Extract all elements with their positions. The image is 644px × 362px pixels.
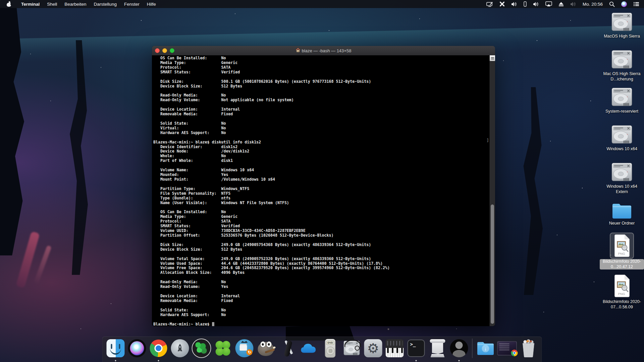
iphone-icon[interactable] (524, 1, 527, 7)
onedrive-cloud-icon (300, 339, 318, 358)
desktop-icon-label: Windows 10 x64 (606, 146, 637, 152)
desktop-icon-label: Bildschirmfoto 2020-07...0.56.09 (600, 299, 643, 310)
terminal-prompt-mark: ] (486, 138, 489, 143)
desktop-icon-label: Neuer Ordner (609, 221, 635, 226)
desktop-icon-bildschirmfoto-2[interactable]: Bildschirmfoto 2020-07...0.56.09 (600, 274, 644, 310)
menu-darstellung[interactable]: Darstellung (90, 0, 120, 8)
user-profile-icon (450, 339, 468, 357)
running-indicator-dot (158, 360, 159, 361)
desktop-icon-macos-high-sierra[interactable]: MacOS High Sierra (600, 11, 644, 39)
close-button[interactable] (155, 48, 160, 53)
notification-center-icon[interactable] (633, 2, 639, 6)
desktop-icon-system-reserviert[interactable]: System-reserviert (600, 86, 644, 114)
wallpaper-tree-silhouette (69, 40, 89, 275)
desktop-icon-windows-10-x64[interactable]: Windows 10 x64 (600, 124, 644, 152)
dock-item-minimized-window[interactable] (497, 339, 517, 358)
dock-item-clover[interactable] (213, 339, 233, 358)
audio-midi-keyboard-icon (386, 339, 404, 357)
menu-bearbeiten[interactable]: Bearbeiten (61, 0, 90, 8)
terminal-scrollbar-track[interactable] (489, 55, 495, 326)
home-icon (296, 48, 300, 53)
dock-item-user-profile[interactable] (449, 339, 469, 358)
trash-icon (521, 339, 536, 357)
desktop-icon-label: Mac OS High Sierra D...icherung (600, 71, 643, 82)
window-title: blaze — -bash — 143×58 (152, 48, 495, 53)
dock-item-terminal[interactable]: >_ (407, 339, 426, 358)
dock-item-downloads[interactable]: ↓ (476, 339, 495, 358)
display-pencil-icon[interactable] (486, 1, 493, 7)
desktop-icon-label: Bildschirmfoto 2020-0...20.47.12 (600, 259, 644, 269)
desktop-icon-bildschirmfoto-1[interactable]: Bildschirmfoto 2020-0...20.47.12 (600, 233, 644, 269)
dock-item-utility-knife-tool[interactable] (278, 339, 297, 358)
dvd-player-icon: DVD (325, 339, 336, 358)
terminal-titlebar[interactable]: blaze — -bash — 143×58 (152, 46, 495, 56)
volume-icon[interactable] (533, 2, 539, 7)
launchpad-icon (171, 339, 189, 357)
wallpaper-pink-streak (34, 245, 52, 285)
menu-fenster[interactable]: Fenster (120, 0, 143, 8)
desktop-icon-neuer-ordner[interactable]: Neuer Ordner (600, 200, 644, 226)
clover-configurator-icon (192, 339, 211, 358)
menu-terminal[interactable]: Terminal (17, 0, 43, 8)
dock-item-finder[interactable] (106, 339, 125, 358)
zoom-button[interactable] (170, 48, 174, 53)
scrollbar-marks-icon[interactable] (490, 55, 495, 61)
dock-item-siri[interactable] (127, 339, 147, 358)
dock-item-system-preferences[interactable]: ⚙ (364, 339, 383, 358)
desktop-icon-macos-high-sierra-backup[interactable]: Mac OS High Sierra D...icherung (600, 49, 644, 82)
terminal-scrollbar-thumb[interactable] (491, 204, 494, 324)
chrome-icon (150, 340, 167, 357)
dock-item-script-editor[interactable] (428, 339, 447, 358)
downloads-folder-icon: ↓ (476, 340, 495, 357)
dock-item-dvd-player[interactable]: DVD (321, 339, 340, 358)
wallpaper-tree-silhouette (522, 87, 545, 295)
minimize-button[interactable] (162, 48, 167, 53)
eject-icon[interactable] (558, 2, 564, 6)
menu-hilfe[interactable]: Hilfe (143, 0, 160, 8)
desktop-icon-windows-10-x64-extern[interactable]: Windows 10 x64 Extern (600, 162, 644, 194)
desktop-icon-label: MacOS High Sierra (604, 34, 640, 39)
desktop-icon-label: Windows 10 x64 Extern (600, 184, 643, 194)
menu-bar-clock[interactable]: Mo. 20:56 (583, 2, 603, 7)
volume-muted-icon[interactable] (570, 2, 576, 7)
spotlight-icon[interactable] (609, 1, 615, 7)
dock-item-clover-configurator[interactable] (192, 339, 211, 358)
terminal-content[interactable]: OS Can Be Installed: No Media Type: Gene… (152, 55, 495, 326)
utility-knife-icon (278, 339, 297, 357)
terminal-output: OS Can Be Installed: No Media Type: Gene… (153, 56, 390, 326)
running-indicator-dot (416, 360, 417, 361)
dock-item-chrome[interactable] (149, 339, 168, 358)
script-editor-scroll-icon (429, 339, 446, 357)
dock-item-disk-utility[interactable] (342, 339, 362, 358)
clover-icon (211, 336, 235, 361)
system-preferences-gear-icon: ⚙ (364, 339, 382, 357)
gimp-icon (257, 339, 275, 357)
apple-menu-icon[interactable] (7, 2, 11, 7)
dock-item-kext-updater[interactable]: ↻ (235, 339, 254, 358)
dock-item-trash[interactable] (519, 339, 538, 358)
desktop-icon-label: System-reserviert (605, 109, 638, 114)
terminal-app-icon: >_ (408, 340, 425, 357)
siri-app-icon (128, 339, 146, 357)
volume-icon[interactable] (511, 2, 517, 7)
minimized-window-thumbnail (497, 341, 517, 355)
terminal-window: blaze — -bash — 143×58 OS Can Be Install… (152, 46, 495, 326)
dock-item-gimp[interactable] (256, 339, 276, 358)
dock-item-onedrive[interactable] (299, 339, 319, 358)
dock: ↻ DVD ⚙ (102, 337, 542, 362)
siri-icon[interactable] (621, 1, 627, 7)
kext-updater-icon: ↻ (235, 339, 254, 357)
terminal-cursor (212, 322, 214, 326)
disk-utility-icon (342, 339, 361, 358)
dock-item-launchpad[interactable] (170, 339, 190, 358)
dock-item-audio-midi-setup[interactable] (385, 339, 405, 358)
dock-separator (472, 339, 473, 358)
running-indicator-dot (459, 360, 460, 361)
running-indicator-dot (115, 360, 116, 361)
game-pad-cross-icon[interactable] (499, 1, 505, 7)
finder-icon (107, 339, 125, 357)
menu-shell[interactable]: Shell (43, 0, 61, 8)
airplay-display-icon[interactable] (545, 1, 552, 7)
menu-bar: Terminal Shell Bearbeiten Darstellung Fe… (0, 0, 644, 8)
